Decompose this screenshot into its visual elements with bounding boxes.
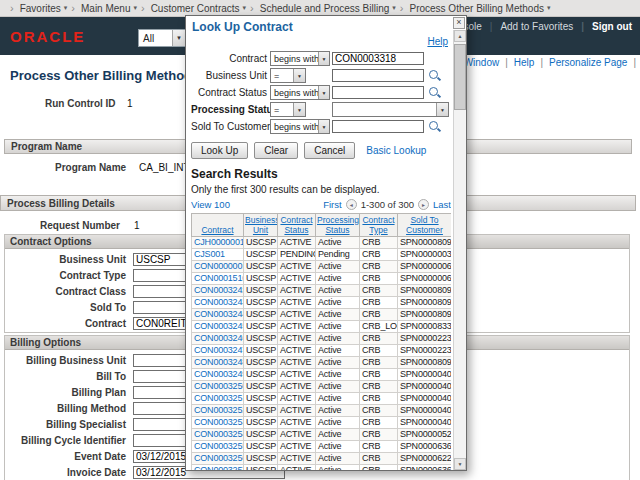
operator-select[interactable]: = ▼: [270, 68, 306, 83]
cell-contract[interactable]: CON0003246: [192, 333, 244, 345]
cell-processing-status[interactable]: Active: [316, 453, 360, 465]
cell-business-unit[interactable]: USCSP: [244, 393, 278, 405]
breadcrumb-item[interactable]: Schedule and Process Billing ▾: [248, 2, 396, 14]
processing-status-select[interactable]: ▼: [332, 102, 449, 117]
cell-contract-status[interactable]: ACTIVE: [278, 321, 316, 333]
cell-business-unit[interactable]: USCSP: [244, 405, 278, 417]
scrollbar-thumb[interactable]: [454, 44, 466, 110]
cell-sold-to-customer[interactable]: SPN0000223: [398, 345, 452, 357]
cell-contract[interactable]: CON0003256: [192, 453, 244, 465]
clear-button[interactable]: Clear: [254, 142, 298, 159]
cell-sold-to-customer[interactable]: SPN0000040: [398, 369, 452, 381]
cell-contract-type[interactable]: CRB: [360, 249, 398, 261]
cell-sold-to-customer[interactable]: SPN0000052: [398, 429, 452, 441]
column-header[interactable]: Contract Type: [360, 214, 398, 237]
cell-contract[interactable]: CON0003250: [192, 381, 244, 393]
cell-processing-status[interactable]: Active: [316, 345, 360, 357]
cell-processing-status[interactable]: Active: [316, 465, 360, 471]
operator-select[interactable]: begins with ▼: [270, 85, 330, 100]
cell-contract-type[interactable]: CRB: [360, 417, 398, 429]
contract-status-criteria-input[interactable]: [332, 86, 424, 99]
cell-sold-to-customer[interactable]: SPN0000833: [398, 321, 452, 333]
column-header[interactable]: Processing Status: [316, 214, 360, 237]
cell-contract-status[interactable]: ACTIVE: [278, 405, 316, 417]
cell-processing-status[interactable]: Active: [316, 237, 360, 249]
cell-contract[interactable]: CON0003253: [192, 417, 244, 429]
header-link[interactable]: Sign out: [573, 21, 632, 32]
cell-processing-status[interactable]: Active: [316, 297, 360, 309]
modal-scrollbar[interactable]: ▲ ▼: [453, 30, 466, 470]
lookup-magnifier-icon[interactable]: [428, 86, 441, 99]
cell-contract-status[interactable]: ACTIVE: [278, 429, 316, 441]
cell-sold-to-customer[interactable]: SPN0000040: [398, 381, 452, 393]
cell-contract[interactable]: CON0003251: [192, 393, 244, 405]
cell-contract-type[interactable]: CRB: [360, 405, 398, 417]
page-link[interactable]: Help: [499, 57, 534, 68]
cell-sold-to-customer[interactable]: SPN0000809: [398, 309, 452, 321]
operator-select[interactable]: begins with ▼: [270, 51, 330, 66]
cell-processing-status[interactable]: Active: [316, 381, 360, 393]
cell-business-unit[interactable]: USCSP: [244, 309, 278, 321]
cell-business-unit[interactable]: USCSP: [244, 237, 278, 249]
cell-contract-type[interactable]: CRB: [360, 357, 398, 369]
search-scope-select[interactable]: All ▼: [138, 29, 186, 47]
cell-contract-type[interactable]: CRB: [360, 429, 398, 441]
cell-sold-to-customer[interactable]: SPN0000636: [398, 465, 452, 471]
cell-business-unit[interactable]: USCSP: [244, 333, 278, 345]
scroll-up-icon[interactable]: ▲: [454, 30, 466, 42]
cell-contract-status[interactable]: ACTIVE: [278, 261, 316, 273]
cell-business-unit[interactable]: USCSP: [244, 345, 278, 357]
cell-contract[interactable]: CON0003248: [192, 357, 244, 369]
cell-contract-type[interactable]: CRB: [360, 285, 398, 297]
cell-sold-to-customer[interactable]: SPN0000006: [398, 273, 452, 285]
operator-select[interactable]: = ▼: [270, 102, 306, 117]
cell-processing-status[interactable]: Active: [316, 273, 360, 285]
cell-contract[interactable]: CON0003254: [192, 429, 244, 441]
cell-processing-status[interactable]: Active: [316, 429, 360, 441]
cell-business-unit[interactable]: USCSP: [244, 261, 278, 273]
close-icon[interactable]: ×: [453, 17, 465, 29]
breadcrumb-item[interactable]: Process Other Billing Methods ▾: [398, 2, 551, 14]
cell-contract-status[interactable]: PENDING: [278, 249, 316, 261]
cell-business-unit[interactable]: USCSP: [244, 369, 278, 381]
lookup-magnifier-icon[interactable]: [428, 69, 441, 82]
cell-contract[interactable]: CON0003245: [192, 321, 244, 333]
cell-contract-status[interactable]: ACTIVE: [278, 453, 316, 465]
cell-contract-type[interactable]: CRB: [360, 309, 398, 321]
cell-business-unit[interactable]: USCSP: [244, 249, 278, 261]
cell-business-unit[interactable]: USCSP: [244, 381, 278, 393]
header-link[interactable]: Add to Favorites: [482, 21, 573, 32]
last-page-link[interactable]: Last: [433, 199, 451, 210]
cell-processing-status[interactable]: Active: [316, 285, 360, 297]
cell-contract-status[interactable]: ACTIVE: [278, 297, 316, 309]
cell-contract[interactable]: CON0003247: [192, 345, 244, 357]
cell-business-unit[interactable]: USCSP: [244, 429, 278, 441]
cell-business-unit[interactable]: USCSP: [244, 453, 278, 465]
cell-processing-status[interactable]: Active: [316, 321, 360, 333]
cell-contract-status[interactable]: ACTIVE: [278, 393, 316, 405]
cell-processing-status[interactable]: Active: [316, 357, 360, 369]
cell-contract-type[interactable]: CRB: [360, 237, 398, 249]
cell-processing-status[interactable]: Active: [316, 405, 360, 417]
cell-processing-status[interactable]: Active: [316, 369, 360, 381]
cell-processing-status[interactable]: Active: [316, 441, 360, 453]
cell-contract-type[interactable]: CRB: [360, 393, 398, 405]
cell-contract-status[interactable]: ACTIVE: [278, 333, 316, 345]
cell-contract-type[interactable]: CRB: [360, 381, 398, 393]
cell-business-unit[interactable]: USCSP: [244, 441, 278, 453]
cell-contract-type[interactable]: CRB: [360, 261, 398, 273]
column-header[interactable]: Business Unit: [244, 214, 278, 237]
basic-lookup-link[interactable]: Basic Lookup: [366, 145, 426, 156]
cell-contract[interactable]: CON0003257: [192, 465, 244, 471]
sold-to-customer-criteria-input[interactable]: [332, 120, 424, 133]
page-link[interactable]: Personalize Page: [534, 57, 627, 68]
cell-contract-status[interactable]: ACTIVE: [278, 345, 316, 357]
cancel-button[interactable]: Cancel: [304, 142, 355, 159]
cell-business-unit[interactable]: USCSP: [244, 273, 278, 285]
cell-contract-status[interactable]: ACTIVE: [278, 381, 316, 393]
cell-contract-type[interactable]: CRB: [360, 273, 398, 285]
lookup-magnifier-icon[interactable]: [428, 120, 441, 133]
cell-processing-status[interactable]: Pending: [316, 249, 360, 261]
scroll-down-icon[interactable]: ▼: [454, 458, 466, 470]
cell-contract-status[interactable]: ACTIVE: [278, 273, 316, 285]
